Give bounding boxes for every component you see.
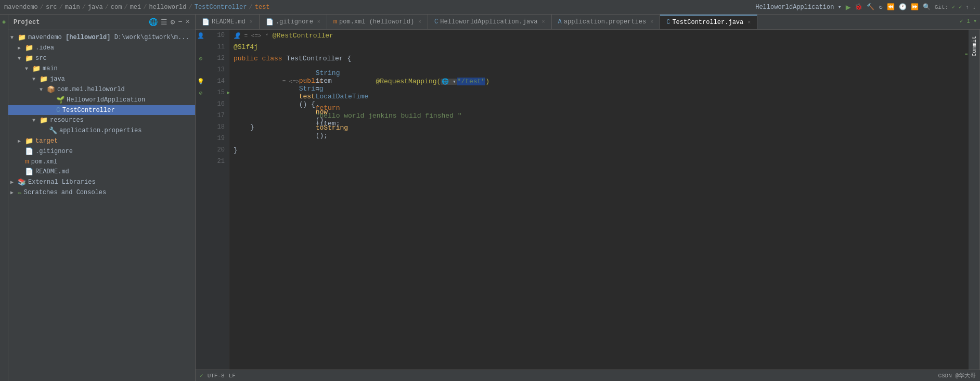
- sidebar-icon-close[interactable]: ×: [186, 18, 190, 27]
- build-button[interactable]: 🔨: [867, 3, 874, 11]
- tree-root-label: mavendemo [helloworld] D:\work\gitwork\m…: [28, 34, 189, 41]
- tab-tc-label: TestController.java: [672, 19, 743, 26]
- bc-com[interactable]: com: [111, 4, 122, 11]
- tree-resources[interactable]: ▼ 📁 resources: [8, 115, 195, 125]
- tab-hw-close[interactable]: ×: [542, 19, 545, 25]
- bc-mei[interactable]: mei: [130, 4, 141, 11]
- tree-app-props-label: application.properties: [59, 127, 141, 134]
- toolbar-icon1[interactable]: ↻: [879, 3, 882, 11]
- line-number-gutter: 10 11 12 13 14 15 ▶ 16 17 18 19 20 21: [206, 30, 229, 370]
- check-indicator: ✓ 1 ▾: [957, 15, 980, 29]
- tree-scratches-label: Scratches and Consoles: [24, 189, 106, 196]
- gutter-13: 13: [206, 64, 229, 75]
- top-bar-right: HelloworldApplication ▾ ▶ 🐞 🔨 ↻ ⏪ 🕐 ⏩ 🔍 …: [755, 2, 976, 12]
- bc-helloworld[interactable]: helloworld: [149, 4, 186, 11]
- project-icon: ◉: [2, 19, 5, 25]
- hint-10: 👤 = <=> *: [234, 32, 268, 39]
- tab-hw-label: HelloworldApplication.java: [440, 18, 537, 26]
- sidebar-title: Project: [14, 19, 40, 26]
- gutter-17: 17: [206, 110, 229, 121]
- tab-props-close[interactable]: ×: [650, 19, 653, 25]
- sidebar-header: Project 🌐 ☰ ⚙ − ×: [8, 15, 195, 30]
- toolbar-icon2[interactable]: ⏪: [887, 3, 895, 11]
- tab-app-props-label: application.properties: [564, 18, 646, 26]
- sidebar-tree: ▼ 📁 mavendemo [helloworld] D:\work\gitwo…: [8, 30, 195, 381]
- tab-gitignore-close[interactable]: ×: [317, 19, 320, 25]
- sidebar-icons: 🌐 ☰ ⚙ − ×: [149, 18, 190, 27]
- tree-testcontroller-label: TestController: [62, 107, 115, 114]
- status-right: CSDN @华大哥: [938, 372, 976, 379]
- sidebar: Project 🌐 ☰ ⚙ − × ▼ 📁 mavendemo [hellowo…: [8, 15, 196, 381]
- tree-readme-label: README.md: [35, 168, 69, 175]
- tree-hw-label: HelloworldApplication: [67, 96, 145, 104]
- tree-gitignore-label: .gitignore: [35, 148, 73, 155]
- run-arrow[interactable]: ▶: [227, 90, 230, 96]
- toolbar-icon4[interactable]: ⏩: [911, 3, 919, 11]
- bc-src[interactable]: src: [46, 4, 57, 11]
- tab-tc-close[interactable]: ×: [747, 20, 751, 26]
- tree-app-props[interactable]: 🔧 application.properties: [8, 125, 195, 136]
- tree-target[interactable]: ▶ 📁 target: [8, 136, 195, 146]
- tree-package[interactable]: ▼ 📦 com.mei.helloworld: [8, 84, 195, 95]
- commit-tab[interactable]: Commit: [970, 32, 979, 61]
- bc-test[interactable]: test: [255, 4, 270, 11]
- gutter-18: 18: [206, 121, 229, 133]
- editor-area: 📄 README.md × 📄 .gitignore × m pom.xml (…: [196, 15, 980, 381]
- tree-package-label: com.mei.helloworld: [57, 86, 125, 93]
- gutter-10: 10: [206, 30, 229, 41]
- sidebar-icon-collapse[interactable]: ☰: [161, 18, 167, 27]
- bc-java[interactable]: java: [88, 4, 103, 11]
- code-line-11: @Slf4j: [234, 41, 956, 53]
- tab-pom-close[interactable]: ×: [418, 19, 421, 25]
- status-bar: ✓ UTF-8 LF CSDN @华大哥: [196, 370, 980, 381]
- gutter-16: 16: [206, 98, 229, 110]
- tree-main[interactable]: ▼ 📁 main: [8, 63, 195, 74]
- tree-testcontroller[interactable]: C TestController: [8, 105, 195, 115]
- tree-pom[interactable]: m pom.xml: [8, 157, 195, 167]
- gutter-15: 15 ▶: [206, 87, 229, 98]
- tree-main-label: main: [43, 65, 58, 72]
- annotation-slf4j: @Slf4j: [234, 43, 258, 51]
- bc-mavendemo[interactable]: mavendemo: [4, 4, 38, 11]
- tree-target-label: target: [35, 137, 58, 145]
- tree-java[interactable]: ▼ 📁 java: [8, 74, 195, 84]
- status-encoding: UTF-8: [208, 373, 225, 379]
- sidebar-icon-add[interactable]: 🌐: [149, 18, 158, 27]
- tree-hw-app[interactable]: 🌱 HelloworldApplication: [8, 95, 195, 105]
- status-lf: LF: [229, 373, 236, 379]
- tree-ext-libs[interactable]: ▶ 📚 External Libraries: [8, 177, 195, 187]
- app-selector[interactable]: HelloworldApplication ▾: [755, 3, 842, 11]
- tab-gitignore[interactable]: 📄 .gitignore ×: [260, 15, 327, 29]
- top-bar: mavendemo / src / main / java / com / me…: [0, 0, 980, 15]
- tree-java-label: java: [50, 75, 65, 83]
- tree-idea-label: .idea: [35, 44, 54, 52]
- tab-hw-app[interactable]: C HelloworldApplication.java ×: [428, 15, 551, 29]
- tab-pom[interactable]: m pom.xml (helloworld) ×: [327, 15, 428, 29]
- tab-readme[interactable]: 📄 README.md ×: [196, 15, 260, 29]
- tree-root[interactable]: ▼ 📁 mavendemo [helloworld] D:\work\gitwo…: [8, 32, 195, 43]
- tab-app-props[interactable]: A application.properties ×: [552, 15, 661, 29]
- tree-resources-label: resources: [50, 117, 84, 124]
- sidebar-icon-settings[interactable]: ⚙: [171, 18, 175, 27]
- toolbar-icon3[interactable]: 🕐: [899, 3, 907, 11]
- bc-testcontroller[interactable]: TestController: [195, 4, 247, 11]
- left-activity-bar: ◉: [0, 15, 8, 381]
- tree-gitignore[interactable]: 📄 .gitignore: [8, 146, 195, 157]
- run-button[interactable]: ▶: [846, 2, 851, 12]
- tree-idea[interactable]: ▶ 📁 .idea: [8, 43, 195, 53]
- annotation-restcontroller: @RestController: [273, 32, 333, 40]
- ind-10: 👤: [197, 32, 204, 39]
- code-editor[interactable]: 👤 = <=> * @RestController @Slf4j public …: [229, 30, 960, 370]
- sidebar-icon-minus[interactable]: −: [178, 18, 182, 27]
- tab-pom-label: pom.xml (helloworld): [339, 18, 414, 26]
- bc-main[interactable]: main: [65, 4, 80, 11]
- tree-scratches[interactable]: ▶ ✏ Scratches and Consoles: [8, 187, 195, 198]
- tree-readme[interactable]: 📄 README.md: [8, 167, 195, 177]
- tree-src[interactable]: ▼ 📁 src: [8, 53, 195, 63]
- search-icon[interactable]: 🔍: [923, 3, 931, 11]
- right-scroll-gutter: ▬: [960, 30, 969, 370]
- ind-12: ⊘: [199, 55, 203, 62]
- debug-button[interactable]: 🐞: [855, 3, 862, 11]
- tab-readme-close[interactable]: ×: [250, 19, 253, 25]
- tab-testcontroller[interactable]: C TestController.java ×: [660, 15, 757, 29]
